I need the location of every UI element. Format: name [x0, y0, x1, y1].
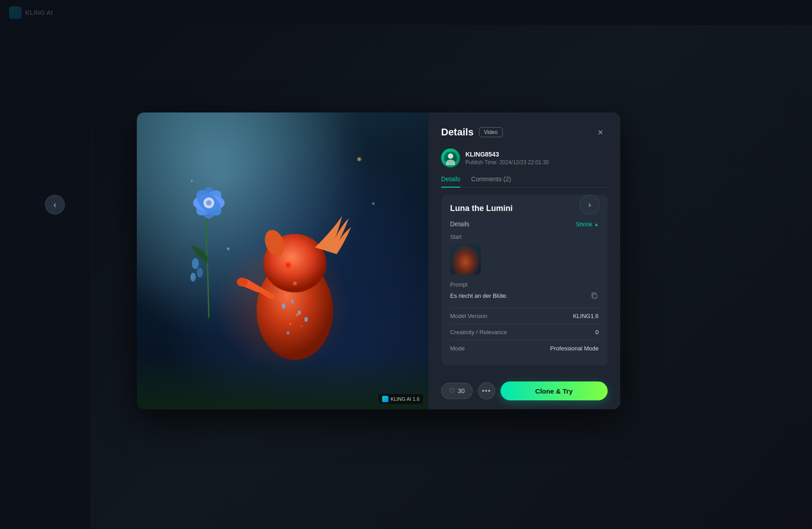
svg-point-20: [289, 323, 292, 325]
thumbnail-creature: [450, 244, 481, 274]
image-watermark: KLING AI 1.6: [379, 394, 423, 404]
mode-row: Mode Professional Mode: [450, 340, 599, 356]
model-version-value: KLING1.6: [573, 313, 599, 319]
svg-point-27: [293, 282, 297, 285]
image-panel: KLING AI 1.6: [137, 112, 429, 409]
heart-icon: ♡: [449, 387, 455, 395]
svg-point-25: [304, 317, 308, 322]
svg-point-22: [282, 303, 285, 309]
creativity-label: Creativity / Relevance: [450, 329, 507, 336]
creativity-row: Creativity / Relevance 0: [450, 324, 599, 340]
details-section-header: Details Shrink ▲: [450, 220, 599, 228]
chevron-up-icon: ▲: [594, 222, 599, 227]
more-options-button[interactable]: •••: [478, 382, 495, 399]
watermark-text: KLING AI 1.6: [391, 396, 420, 402]
svg-point-12: [190, 273, 196, 282]
username: KLING8543: [465, 151, 549, 158]
svg-point-24: [291, 300, 294, 304]
prompt-section: Prompt Es riecht an der Blüte.: [450, 282, 599, 300]
action-bar: ♡ 30 ••• Clone & Try: [441, 374, 608, 400]
svg-point-26: [287, 331, 289, 335]
svg-rect-29: [593, 294, 597, 298]
clone-try-button[interactable]: Clone & Try: [501, 381, 608, 400]
prev-arrow-button[interactable]: ‹: [45, 195, 65, 215]
next-arrow-button[interactable]: ›: [580, 195, 600, 215]
particle-1: [357, 157, 361, 161]
svg-point-11: [197, 268, 203, 278]
svg-point-9: [206, 200, 212, 206]
tab-comments[interactable]: Comments (2): [471, 175, 511, 187]
details-modal: KLING AI 1.6 Details Video ×: [137, 112, 620, 409]
svg-point-23: [298, 310, 301, 315]
start-label: Start: [450, 234, 599, 240]
content-title: Luna the Lumini: [450, 204, 599, 213]
content-area: Luna the Lumini Details Shrink ▲ Start: [441, 188, 608, 374]
shrink-button[interactable]: Shrink ▲: [576, 221, 599, 228]
svg-point-21: [301, 325, 302, 327]
prompt-text-row: Es riecht an der Blüte.: [450, 291, 599, 300]
details-section-label: Details: [450, 220, 469, 228]
particle-3: [227, 247, 230, 250]
panel-title-row: Details Video: [441, 126, 503, 138]
model-version-row: Model Version KLING1.6: [450, 308, 599, 324]
model-version-label: Model Version: [450, 313, 487, 319]
tabs-row: Details Comments (2): [441, 175, 608, 188]
close-button[interactable]: ×: [593, 125, 608, 139]
publish-time: Publish Time: 2024/12/23 22:01:30: [465, 159, 549, 166]
like-button[interactable]: ♡ 30: [441, 383, 473, 399]
avatar-inner: [444, 152, 457, 164]
details-panel: Details Video × KLING8543: [429, 112, 620, 409]
avatar-head: [448, 153, 453, 159]
watermark-logo-icon: [382, 396, 388, 402]
particle-2: [372, 202, 374, 205]
copy-icon-svg: [591, 292, 598, 299]
particle-4: [191, 180, 193, 182]
svg-point-28: [289, 271, 292, 273]
user-info: KLING8543 Publish Time: 2024/12/23 22:01…: [465, 151, 549, 166]
user-row: KLING8543 Publish Time: 2024/12/23 22:01…: [441, 148, 608, 167]
panel-title: Details: [441, 126, 474, 138]
mode-value: Professional Mode: [550, 345, 599, 352]
avatar: [441, 148, 460, 167]
ellipsis-icon: •••: [482, 387, 491, 395]
close-icon: ×: [598, 127, 603, 138]
content-card: Luna the Lumini Details Shrink ▲ Start: [441, 195, 608, 365]
prompt-text: Es riecht an der Blüte.: [450, 291, 587, 300]
svg-point-10: [192, 258, 199, 269]
tab-details[interactable]: Details: [441, 175, 460, 187]
start-image-thumbnail: [450, 244, 481, 274]
svg-point-19: [296, 314, 298, 316]
video-badge: Video: [479, 127, 502, 137]
svg-point-18: [237, 278, 248, 287]
prompt-label: Prompt: [450, 282, 599, 288]
creature-svg: [225, 193, 369, 373]
svg-point-17: [286, 264, 290, 267]
clone-try-label: Clone & Try: [535, 387, 573, 395]
start-image-section: Start: [450, 234, 599, 274]
like-count: 30: [458, 387, 465, 395]
avatar-body: [446, 160, 455, 165]
mode-label: Mode: [450, 345, 465, 352]
top-navbar: KLING AI: [0, 0, 812, 25]
chevron-right-icon: ›: [588, 200, 591, 210]
creativity-value: 0: [595, 329, 599, 336]
modal-container: KLING AI 1.6 Details Video ×: [68, 56, 552, 353]
copy-button[interactable]: [591, 292, 599, 300]
chevron-left-icon: ‹: [54, 200, 56, 210]
panel-header: Details Video ×: [441, 125, 608, 139]
creature-background: [137, 112, 429, 409]
